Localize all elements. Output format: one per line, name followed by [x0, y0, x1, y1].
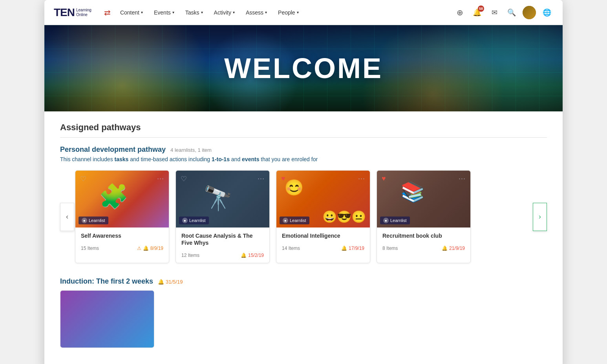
pathway2-name[interactable]: Induction: The first 2 weeks: [60, 277, 153, 286]
card-date: 🔔 21/9/19: [442, 246, 465, 251]
card-badge: ■ Learnlist: [179, 217, 209, 224]
avatar[interactable]: [523, 6, 536, 19]
cards-wrapper: ‹ ♡ ··· ■ Learnlist Self: [60, 169, 547, 265]
item-count: 14 Items: [282, 246, 300, 251]
bell-icon: 🔔: [442, 246, 448, 251]
globe-icon: 🌐: [543, 8, 551, 17]
pathway2-date: 🔔 31/5/19: [158, 279, 183, 285]
chevron-down-icon: ▾: [141, 10, 143, 15]
card-root-cause[interactable]: ♡ ··· ■ Learnlist Root Cause Analysis & …: [176, 170, 270, 263]
badge-label: Learnlist: [290, 218, 306, 223]
pathway-header: Personal development pathway 4 learnlist…: [60, 146, 547, 154]
nav-links: ⇄ Content ▾ Events ▾ Tasks ▾ Activity ▾ …: [104, 6, 453, 19]
item-count: 12 Items: [181, 253, 199, 258]
heart-icon[interactable]: ♥: [281, 175, 285, 183]
pathway-induction: Induction: The first 2 weeks 🔔 31/5/19: [60, 277, 547, 348]
chevron-down-icon: ▾: [233, 10, 235, 15]
hero-title: WELCOME: [224, 52, 383, 84]
card-badge: ■ Learnlist: [380, 217, 410, 224]
notifications-button[interactable]: 🔔 58: [471, 6, 483, 19]
bell-icon: 🔔: [158, 279, 164, 285]
badge-label: Learnlist: [189, 218, 206, 223]
card-footer: 8 Items 🔔 21/9/19: [382, 246, 465, 251]
card-body: Root Cause Analysis & The Five Whys 12 I…: [176, 228, 269, 263]
badge-icon: ■: [383, 218, 389, 223]
induction-card[interactable]: [60, 290, 154, 348]
card-footer: 15 Items ⚠ 🔔 8/9/19: [81, 246, 163, 251]
add-button[interactable]: ⊕: [453, 6, 466, 19]
card-image-emotional: ♥ ··· ■ Learnlist: [276, 171, 370, 228]
desc-tasks: tasks: [115, 156, 129, 162]
card-date: ⚠ 🔔 8/9/19: [137, 246, 163, 251]
card-body: Self Awareness 15 Items ⚠ 🔔 8/9/19: [75, 228, 169, 256]
search-icon: 🔍: [507, 8, 516, 17]
cards-container: ♡ ··· ■ Learnlist Self Awareness 15 Item…: [74, 169, 533, 265]
card-title: Self Awareness: [81, 232, 163, 239]
desc-events: events: [242, 156, 259, 162]
item-count: 8 Items: [382, 246, 398, 251]
nav-tasks[interactable]: Tasks ▾: [181, 6, 208, 19]
pathway-name[interactable]: Personal development pathway: [60, 146, 166, 154]
prev-button[interactable]: ‹: [60, 203, 74, 231]
card-image-self-awareness: ♡ ··· ■ Learnlist: [75, 171, 169, 228]
card-footer: 14 Items 🔔 17/9/19: [282, 246, 364, 251]
nav-content[interactable]: Content ▾: [115, 6, 148, 19]
card-recruitment-book-club[interactable]: ♥ ··· ■ Learnlist Recruitment book club …: [377, 170, 471, 263]
pathway-meta: 4 learnlists, 1 item: [170, 147, 212, 153]
next-button[interactable]: ›: [533, 203, 547, 231]
badge-icon: ■: [82, 218, 87, 223]
mail-button[interactable]: ✉: [488, 6, 501, 19]
badge-label: Learnlist: [89, 218, 105, 223]
badge-icon: ■: [283, 218, 288, 223]
card-emotional-intelligence[interactable]: ♥ ··· ■ Learnlist Emotional Intelligence…: [276, 170, 370, 263]
navbar: TEN Learning Online ⇄ Content ▾ Events ▾…: [44, 0, 563, 25]
logo[interactable]: TEN Learning Online: [54, 6, 91, 19]
logo-ten: TEN: [54, 6, 75, 19]
item-count: 15 Items: [81, 246, 99, 251]
nav-activity[interactable]: Activity ▾: [209, 6, 240, 19]
bell-icon: 🔔: [241, 253, 247, 258]
induction-card-image: [60, 291, 154, 348]
card-badge: ■ Learnlist: [79, 217, 108, 224]
card-title: Emotional Intelligence: [282, 232, 364, 239]
chevron-down-icon: ▾: [297, 10, 299, 15]
plus-icon: ⊕: [457, 8, 463, 17]
notification-badge: 58: [478, 5, 484, 12]
heart-icon[interactable]: ♡: [80, 175, 86, 183]
card-title: Recruitment book club: [382, 232, 465, 239]
nav-actions: ⊕ 🔔 58 ✉ 🔍 🌐: [453, 6, 553, 19]
shuffle-icon[interactable]: ⇄: [104, 8, 111, 17]
options-icon[interactable]: ···: [258, 175, 265, 183]
chevron-down-icon: ▾: [172, 10, 174, 15]
warning-icon: ⚠ 🔔: [137, 246, 148, 251]
card-date: 🔔 15/2/19: [241, 253, 264, 258]
chevron-down-icon: ▾: [201, 10, 203, 15]
mail-icon: ✉: [492, 8, 497, 17]
logo-subtitle: Learning Online: [76, 8, 91, 17]
options-icon[interactable]: ···: [459, 175, 466, 183]
globe-button[interactable]: 🌐: [541, 6, 553, 19]
heart-icon[interactable]: ♥: [382, 175, 386, 183]
nav-people[interactable]: People ▾: [273, 6, 304, 19]
card-body: Emotional Intelligence 14 Items 🔔 17/9/1…: [276, 228, 370, 256]
search-button[interactable]: 🔍: [505, 6, 518, 19]
card-image-recruitment: ♥ ··· ■ Learnlist: [377, 171, 470, 228]
chevron-down-icon: ▾: [265, 10, 267, 15]
card-self-awareness[interactable]: ♡ ··· ■ Learnlist Self Awareness 15 Item…: [75, 170, 169, 263]
card-badge: ■ Learnlist: [280, 217, 309, 224]
bell-icon: 🔔: [341, 246, 347, 251]
options-icon[interactable]: ···: [157, 175, 164, 183]
nav-events[interactable]: Events ▾: [149, 6, 179, 19]
desc-1to1: 1-to-1s: [212, 156, 230, 162]
main-content: Assigned pathways Personal development p…: [44, 111, 563, 364]
hero-banner: WELCOME: [44, 25, 563, 111]
nav-assess[interactable]: Assess ▾: [241, 6, 272, 19]
badge-label: Learnlist: [390, 218, 407, 223]
badge-icon: ■: [182, 218, 188, 223]
card-image-root-cause: ♡ ··· ■ Learnlist: [176, 171, 269, 228]
assigned-pathways-title: Assigned pathways: [60, 122, 547, 138]
heart-icon[interactable]: ♡: [181, 175, 187, 183]
options-icon[interactable]: ···: [358, 175, 365, 183]
pathway-description: This channel includes tasks and time-bas…: [60, 156, 547, 162]
pathway2-header: Induction: The first 2 weeks 🔔 31/5/19: [60, 277, 547, 286]
